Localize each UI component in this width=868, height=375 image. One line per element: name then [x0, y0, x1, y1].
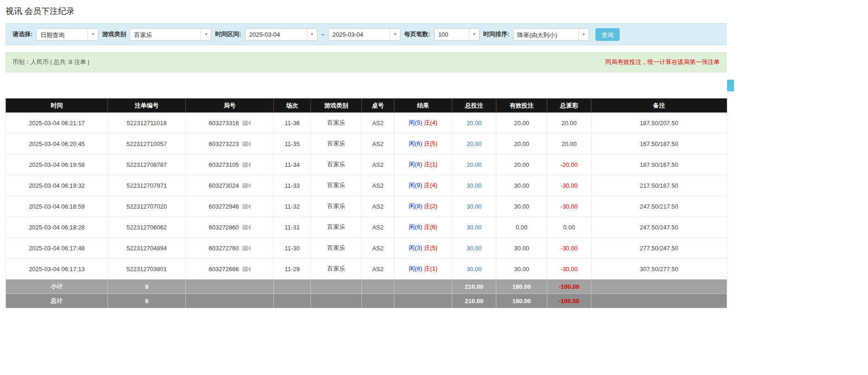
table-row: 2025-03-04 06:18:28522312706062603272860…: [6, 217, 727, 238]
round-number: 603273316: [209, 120, 239, 127]
cell-total-bet[interactable]: 20.00: [452, 113, 496, 133]
export-button-partial[interactable]: [727, 80, 734, 91]
cell-game: 百家乐: [311, 259, 362, 280]
table-row: 2025-03-04 06:18:59522312707020603272946…: [6, 196, 727, 217]
header-payout: 总派彩: [547, 99, 591, 113]
video-camera-icon[interactable]: [242, 224, 251, 230]
subtotal-row: 小计 8 210.00 180.00 -100.00: [6, 280, 727, 294]
payout-rule-note: 同局有效投注，统一计算在该局第一张注单: [605, 58, 720, 66]
video-camera-icon[interactable]: [242, 141, 251, 147]
subtotal-payout: -100.00: [547, 280, 591, 294]
cell-session: 11-31: [274, 217, 311, 238]
query-button[interactable]: 查询: [596, 28, 620, 41]
cell-bet-id: 522312707020: [108, 196, 186, 217]
page-size-label: 每页笔数:: [404, 30, 430, 38]
time-range-label: 时间区间:: [215, 30, 241, 38]
cell-total-bet[interactable]: 30.00: [452, 175, 496, 196]
result-banker: 庄(5): [424, 244, 437, 251]
round-number: 603272760: [209, 245, 239, 252]
round-number: 603273024: [209, 182, 239, 189]
game-type-dropdown[interactable]: 百家乐 ▼: [130, 28, 211, 41]
video-camera-icon[interactable]: [242, 162, 251, 168]
cell-valid-bet: 30.00: [496, 175, 547, 196]
empty-cell: [186, 294, 274, 308]
table-row: 2025-03-04 06:17:48522312704894603272760…: [6, 238, 727, 259]
video-camera-icon[interactable]: [242, 203, 251, 210]
sort-value: 降幂(由大到小): [513, 29, 578, 40]
result-banker: 庄(5): [424, 140, 437, 147]
table-row: 2025-03-04 06:21:17522312711018603273316…: [6, 113, 727, 133]
cell-remark: 217.50/187.50: [591, 175, 727, 196]
chevron-down-icon[interactable]: ▼: [578, 29, 589, 40]
chevron-down-icon[interactable]: ▼: [307, 29, 317, 40]
cell-result: 闲(3)庄(5): [394, 238, 452, 259]
cell-game: 百家乐: [311, 113, 362, 133]
table-row: 2025-03-04 06:20:45522312710057603273223…: [6, 133, 727, 154]
chevron-down-icon[interactable]: ▼: [390, 29, 400, 40]
cell-total-bet[interactable]: 30.00: [452, 196, 496, 217]
chevron-down-icon[interactable]: ▼: [469, 29, 479, 40]
empty-cell: [394, 280, 452, 294]
cell-valid-bet: 0.00: [496, 217, 547, 238]
cell-round: 603273223: [186, 133, 274, 154]
cell-table: AS2: [362, 238, 394, 259]
total-payout: -100.00: [547, 294, 591, 308]
total-valid-bet: 180.00: [496, 294, 547, 308]
cell-time: 2025-03-04 06:17:13: [6, 259, 108, 280]
date-to-picker[interactable]: 2025-03-04 ▼: [328, 28, 400, 41]
round-number: 603272666: [209, 266, 239, 273]
cell-round: 603273024: [186, 175, 274, 196]
cell-game: 百家乐: [311, 238, 362, 259]
cell-table: AS2: [362, 217, 394, 238]
cell-bet-id: 522312708787: [108, 154, 186, 175]
cell-remark: 247.50/217.50: [591, 196, 727, 217]
chevron-down-icon[interactable]: ▼: [88, 29, 98, 40]
cell-table: AS2: [362, 175, 394, 196]
cell-session: 11-32: [274, 196, 311, 217]
header-result: 结果: [394, 99, 452, 113]
table-row: 2025-03-04 06:19:32522312707971603273024…: [6, 175, 727, 196]
cell-total-bet[interactable]: 30.00: [452, 217, 496, 238]
date-from-picker[interactable]: 2025-03-04 ▼: [245, 28, 317, 41]
result-player: 闲(5): [409, 119, 422, 126]
cell-total-bet[interactable]: 30.00: [452, 259, 496, 280]
cell-game: 百家乐: [311, 133, 362, 154]
video-camera-icon[interactable]: [242, 266, 251, 272]
cell-time: 2025-03-04 06:18:59: [6, 196, 108, 217]
cell-total-bet[interactable]: 20.00: [452, 133, 496, 154]
subtotal-count: 8: [108, 280, 186, 294]
video-camera-icon[interactable]: [242, 120, 251, 126]
round-number: 603272946: [209, 203, 239, 210]
filter-bar: 请选择: 日期查询 ▼ 游戏类别 百家乐 ▼ 时间区间: 2025-03-04 …: [6, 23, 727, 45]
sort-dropdown[interactable]: 降幂(由大到小) ▼: [513, 28, 589, 41]
result-player: 闲(6): [409, 140, 422, 147]
empty-cell: [591, 280, 727, 294]
empty-cell: [362, 280, 394, 294]
video-camera-icon[interactable]: [242, 183, 251, 189]
cell-total-bet[interactable]: 20.00: [452, 154, 496, 175]
query-type-dropdown[interactable]: 日期查询 ▼: [36, 28, 98, 41]
cell-payout: -30.00: [547, 175, 591, 196]
header-remark: 备注: [591, 99, 727, 113]
chevron-down-icon[interactable]: ▼: [201, 29, 211, 40]
cell-payout: -30.00: [547, 259, 591, 280]
cell-bet-id: 522312711018: [108, 113, 186, 133]
cell-round: 603273105: [186, 154, 274, 175]
cell-time: 2025-03-04 06:21:17: [6, 113, 108, 133]
subtotal-total-bet: 210.00: [452, 280, 496, 294]
page-size-dropdown[interactable]: 100 ▼: [434, 28, 480, 41]
round-number: 603272860: [209, 224, 239, 231]
cell-payout: 20.00: [547, 113, 591, 133]
empty-cell: [311, 280, 362, 294]
cell-total-bet[interactable]: 30.00: [452, 238, 496, 259]
cell-payout: 0.00: [547, 217, 591, 238]
bet-records-table: 时间 注单编号 局号 场次 游戏类别 桌号 结果 总投注 有效投注 总派彩 备注…: [6, 98, 727, 308]
result-player: 闲(6): [409, 223, 422, 230]
header-total-bet: 总投注: [452, 99, 496, 113]
page-content: 视讯 会员下注纪录 请选择: 日期查询 ▼ 游戏类别 百家乐 ▼ 时间区间: 2…: [0, 0, 729, 308]
date-to-value: 2025-03-04: [329, 29, 390, 40]
subtotal-valid-bet: 180.00: [496, 280, 547, 294]
select-label: 请选择:: [13, 30, 32, 38]
cell-round: 603272666: [186, 259, 274, 280]
video-camera-icon[interactable]: [242, 245, 251, 251]
